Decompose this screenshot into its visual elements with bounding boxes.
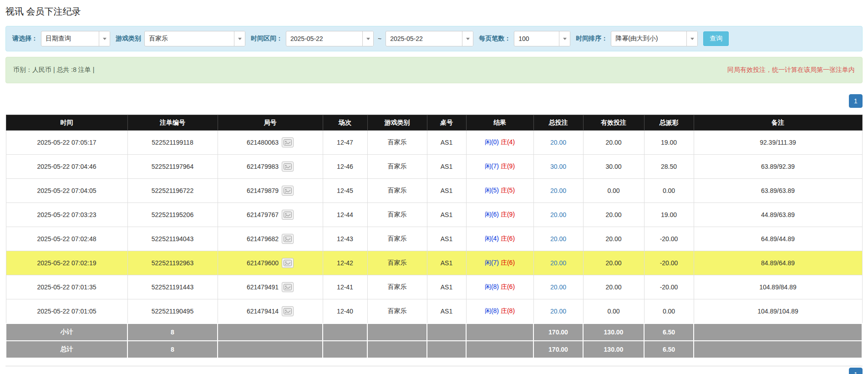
roadmap-icon-button[interactable]	[282, 234, 294, 244]
summary-payout-cell: 6.50	[644, 323, 694, 341]
summary-count-cell: 8	[127, 341, 218, 358]
remark-cell: 44.89/63.89	[694, 203, 862, 227]
table-no-cell: AS1	[427, 131, 466, 155]
total-bet-link[interactable]: 20.00	[550, 235, 566, 243]
roadmap-icon-button[interactable]	[282, 137, 294, 147]
round-cell: 621479983	[218, 155, 323, 179]
game-type-input[interactable]	[145, 31, 234, 46]
page-button-1[interactable]: 1	[849, 94, 863, 108]
page-button-1-bottom[interactable]: 1	[849, 368, 863, 374]
summary-empty-cell	[367, 323, 427, 341]
bet-id-cell: 522521194043	[127, 227, 218, 251]
game-type-cell: 百家乐	[367, 251, 427, 275]
table-row: 2025-05-22 07:04:05522521196722621479879…	[6, 179, 862, 203]
table-row: 2025-05-22 07:03:23522521195206621479767…	[6, 203, 862, 227]
game-type-select[interactable]	[144, 31, 245, 46]
summary-empty-cell	[323, 341, 367, 358]
total-bet-link[interactable]: 20.00	[550, 139, 566, 146]
table-row: 2025-05-22 07:04:46522521197964621479983…	[6, 155, 862, 179]
session-cell: 12-41	[323, 275, 367, 299]
total-bet-cell: 20.00	[533, 203, 583, 227]
round-cell: 621479414	[218, 299, 323, 323]
time-cell: 2025-05-22 07:01:05	[6, 299, 127, 323]
total-bet-link[interactable]: 20.00	[550, 187, 566, 194]
round-wrap: 621479879	[247, 186, 294, 196]
total-bet-link[interactable]: 20.00	[550, 283, 566, 291]
roadmap-icon	[284, 163, 292, 170]
time-cell: 2025-05-22 07:04:46	[6, 155, 127, 179]
round-cell: 621479491	[218, 275, 323, 299]
date-from-input[interactable]	[286, 31, 362, 46]
time-cell: 2025-05-22 07:02:48	[6, 227, 127, 251]
search-button[interactable]: 查询	[703, 31, 729, 46]
date-to-dropdown-toggle[interactable]	[462, 31, 473, 46]
sort-select[interactable]	[611, 31, 698, 46]
roadmap-icon-button[interactable]	[282, 210, 294, 220]
valid-bet-cell: 0.00	[583, 299, 644, 323]
date-to-input[interactable]	[386, 31, 462, 46]
game-type-cell: 百家乐	[367, 227, 427, 251]
round-cell: 621479682	[218, 227, 323, 251]
roadmap-icon-button[interactable]	[282, 306, 294, 316]
query-type-dropdown-toggle[interactable]	[99, 31, 110, 46]
table-no-cell: AS1	[427, 275, 466, 299]
round-wrap: 621479767	[247, 210, 294, 220]
valid-bet-cell: 30.00	[583, 155, 644, 179]
summary-row: 总计8170.00130.006.50	[6, 341, 862, 358]
page: 视讯 会员下注纪录 请选择： 游戏类别 时间区间： ~	[5, 0, 863, 374]
remark-cell: 64.89/44.89	[694, 227, 862, 251]
total-bet-link[interactable]: 20.00	[550, 259, 566, 267]
roadmap-icon-button[interactable]	[282, 258, 294, 268]
valid-bet-cell: 0.00	[583, 179, 644, 203]
round-id: 621479600	[247, 259, 279, 267]
query-type-select[interactable]	[41, 31, 110, 46]
summary-valid-bet-cell: 130.00	[583, 323, 644, 341]
date-from-dropdown-toggle[interactable]	[362, 31, 373, 46]
session-cell: 12-47	[323, 131, 367, 155]
sort-dropdown-toggle[interactable]	[686, 31, 697, 46]
table-no-cell: AS1	[427, 155, 466, 179]
date-to-select[interactable]	[386, 31, 473, 46]
remark-cell: 63.89/63.89	[694, 179, 862, 203]
round-wrap: 621479491	[247, 282, 294, 292]
round-wrap: 621480063	[247, 137, 294, 147]
round-id: 621479682	[247, 235, 279, 243]
date-from-select[interactable]	[286, 31, 374, 46]
total-bet-link[interactable]: 30.00	[550, 163, 566, 170]
total-bet-link[interactable]: 20.00	[550, 211, 566, 218]
roadmap-icon-button[interactable]	[282, 186, 294, 196]
player-result: 闲(4)	[485, 235, 499, 242]
roadmap-icon	[284, 187, 292, 194]
remark-cell: 104.89/104.89	[694, 299, 862, 323]
summary-empty-cell	[466, 341, 533, 358]
game-type-dropdown-toggle[interactable]	[234, 31, 245, 46]
chevron-down-icon	[366, 38, 370, 40]
total-bet-link[interactable]: 20.00	[550, 308, 566, 315]
page-size-input[interactable]	[514, 31, 559, 46]
payout-cell: 28.50	[644, 155, 694, 179]
page-size-select[interactable]	[514, 31, 570, 46]
player-result: 闲(7)	[485, 162, 499, 170]
roadmap-icon-button[interactable]	[282, 282, 294, 292]
round-cell: 621479600	[218, 251, 323, 275]
valid-bet-cell: 20.00	[583, 131, 644, 155]
table-no-cell: AS1	[427, 251, 466, 275]
game-type-cell: 百家乐	[367, 131, 427, 155]
records-table-foot: 小计8170.00130.006.50总计8170.00130.006.50	[6, 323, 862, 358]
summary-currency-text: 币别：人民币 | 总共 :8 注单 |	[13, 66, 94, 74]
total-bet-cell: 20.00	[533, 227, 583, 251]
roadmap-icon-button[interactable]	[282, 162, 294, 172]
chevron-down-icon	[238, 38, 242, 40]
banker-result: 庄(6)	[501, 259, 515, 266]
summary-empty-cell	[218, 341, 323, 358]
pagination-bottom: 1	[5, 368, 863, 374]
valid-bet-cell: 20.00	[583, 275, 644, 299]
round-id: 621479767	[247, 211, 279, 218]
query-type-input[interactable]	[41, 31, 99, 46]
sort-input[interactable]	[611, 31, 686, 46]
sort-group: 时间排序：	[576, 31, 698, 46]
summary-empty-cell	[427, 323, 466, 341]
total-bet-cell: 20.00	[533, 179, 583, 203]
payout-cell: -20.00	[644, 227, 694, 251]
page-size-dropdown-toggle[interactable]	[559, 31, 570, 46]
